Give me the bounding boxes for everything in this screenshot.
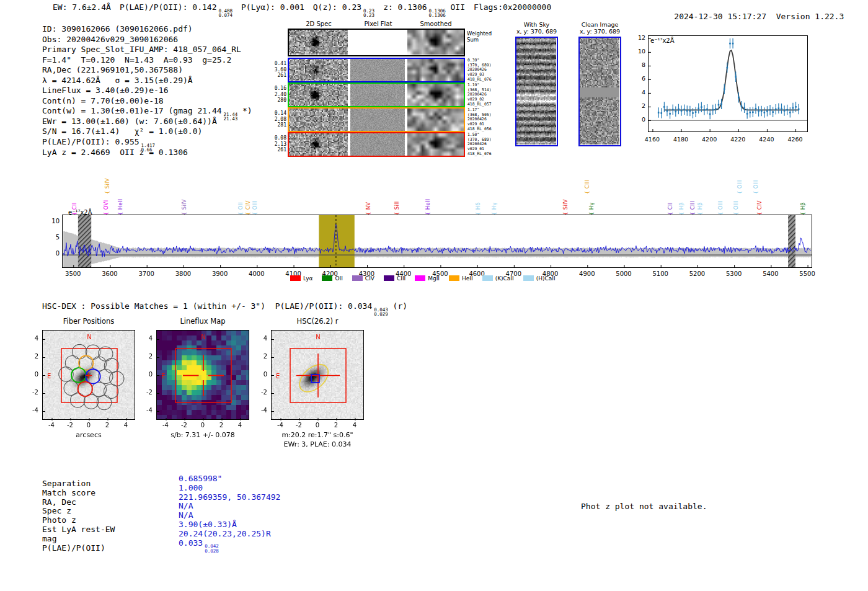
spec-line-label-10-HeII: { HeII bbox=[425, 198, 431, 215]
info-line-7: Cont(n) = 7.70(±0.00)e-18 bbox=[42, 96, 261, 107]
value-uncertainty-range: 0.13060.1306 bbox=[429, 9, 446, 18]
legend-label-(H)CaII: (H)CaII bbox=[536, 275, 556, 282]
cutout-2-ytick--2: -2 bbox=[254, 389, 267, 396]
sky-panel-1-image bbox=[578, 37, 621, 146]
legend-label-(K)CaII: (K)CaII bbox=[495, 275, 514, 282]
spec2d-cell-image bbox=[350, 59, 405, 81]
spec-line-label-3-HeII: { HeII bbox=[117, 198, 123, 215]
svg-text:E: E bbox=[47, 373, 51, 380]
cutout-2-xtick--2: -2 bbox=[290, 422, 308, 429]
full-spectrum-plot bbox=[62, 215, 812, 268]
inset-xtick-4260: 4260 bbox=[784, 136, 807, 143]
detection-info-block: ID: 3090162066 (3090162066.pdf)Obs: 2020… bbox=[42, 24, 261, 158]
match-table-values: 0.685998"1.000221.969359, 50.367492N/AN/… bbox=[179, 474, 280, 553]
legend-swatch-(H)CaII bbox=[523, 275, 534, 281]
spec-ytick-0: 0 bbox=[46, 250, 60, 257]
spec-xtick-3500: 3500 bbox=[60, 270, 87, 277]
info-line-5-seg: λ = 4214.62Å σ = 3.15(±0.29)Å bbox=[42, 76, 193, 85]
info-line-0-seg: ID: 3090162066 (3090162066.pdf) bbox=[42, 24, 193, 33]
info-line-5: λ = 4214.62Å σ = 3.15(±0.29)Å bbox=[42, 76, 261, 86]
spec-units-label: e⁻¹⁷x2Å bbox=[68, 209, 92, 216]
match-row-7-value: 0.0330.0420.028 bbox=[179, 539, 280, 554]
cutout-1-xtick-0: 0 bbox=[193, 422, 212, 429]
cutout-1-ytick-2: 2 bbox=[139, 353, 153, 360]
info-line-2-seg: Primary Spec_Slot_IFU_AMP: 418_057_064_R… bbox=[42, 45, 241, 54]
spec2d-cell-image bbox=[289, 84, 348, 106]
info-line-5-seg-text: λ = 4214.62Å σ = 3.15(±0.29)Å bbox=[42, 76, 193, 85]
spec-xtick-5500: 5500 bbox=[794, 270, 821, 277]
legend-item-(K)CaII: (K)CaII bbox=[482, 275, 514, 282]
legend-label-HeII: HeII bbox=[462, 275, 473, 282]
inset-spectrum-svg bbox=[649, 36, 807, 131]
sky-panel-canvas bbox=[580, 38, 619, 144]
hsc-match-line-text: HSC-DEX : Possible Matches = 1 (within +… bbox=[42, 301, 372, 311]
spec-line-label-5-OII: { OII bbox=[237, 202, 244, 215]
cutout-2-xtick-0: 0 bbox=[308, 422, 327, 429]
cutout-1-ytick--2: -2 bbox=[139, 389, 153, 396]
inset-ytick-6: 6 bbox=[632, 75, 645, 82]
spec2d-col-title-0: 2D Spec bbox=[291, 20, 347, 27]
inset-ytick-10: 10 bbox=[632, 48, 645, 55]
spec2d-cell-image bbox=[407, 30, 464, 55]
info-line-7-seg: Cont(n) = 7.70(±0.00)e-18 bbox=[42, 96, 164, 105]
legend-item-Lyα: Lyα bbox=[290, 275, 312, 282]
info-line-6: LineFlux = 3.40(±0.29)e-16 bbox=[42, 86, 261, 96]
spec-line-label-12-Hγ: { Hγ bbox=[491, 202, 497, 215]
spec-line-label-18-CIII: { CIII bbox=[689, 201, 696, 215]
spec2d-row-3 bbox=[288, 132, 465, 157]
header-group-5: Flags:0x20000000 bbox=[474, 2, 551, 12]
spec-line-label-8-NV: { NV bbox=[365, 202, 371, 215]
legend-item-MgII: MgII bbox=[415, 275, 440, 282]
cutout-0-title: Fiber Positions bbox=[42, 317, 135, 326]
header-group-3: Q(z): 0.230.230.23 bbox=[313, 2, 374, 12]
info-line-4-seg: RA,Dec (221.969101,50.367588) bbox=[42, 65, 183, 74]
spec2d-cell-image bbox=[407, 109, 464, 131]
spec-legend: LyαOIICIVCIIIMgIIHeII(K)CaII(H)CaII bbox=[290, 275, 556, 282]
spec-line-label-22-OIII: { OIII bbox=[737, 179, 743, 194]
spec-line-label-15-Hγ: { Hγ bbox=[588, 202, 595, 215]
spec-line-label-16-CII: { CII bbox=[667, 202, 673, 215]
cutout-0-ytick--2: -2 bbox=[25, 389, 38, 396]
cutout-0-xlabel: arcsecs bbox=[30, 431, 148, 439]
spec-line-label-20-OIII: { OIII bbox=[717, 200, 724, 215]
photz-note: Phot z plot not available. bbox=[581, 502, 707, 511]
spec2d-row-1-left-labels: 0.162.40280 bbox=[273, 86, 286, 104]
legend-item-(H)CaII: (H)CaII bbox=[523, 275, 556, 282]
match-row-2-value: 221.969359, 50.367492 bbox=[179, 493, 280, 502]
spec-line-label-23-OIII: { OIII bbox=[753, 179, 759, 194]
hsc-match-line: HSC-DEX : Possible Matches = 1 (within +… bbox=[42, 301, 407, 311]
spec-xtick-3700: 3700 bbox=[133, 270, 160, 277]
inset-units-label: e⁻¹⁷x2Å bbox=[650, 37, 675, 44]
spec2d-cell-image bbox=[350, 30, 405, 55]
spec2d-row-3-right-labels: 1.50"(370, 689)20200426v029_01418_RL_076 bbox=[467, 133, 495, 157]
spec2d-cell-image bbox=[289, 133, 348, 156]
match-row-5-label: Est LyA rest-EW bbox=[42, 525, 115, 535]
info-line-8-seg: Cont(w) = 1.30(±0.01)e-17 (gmag 21.4421.… bbox=[42, 106, 252, 115]
spec2d-cell-image bbox=[289, 59, 348, 81]
line-fit-plot bbox=[648, 35, 808, 132]
value-uncertainty-range: 0.0420.028 bbox=[205, 544, 219, 553]
info-line-2-seg-text: Primary Spec_Slot_IFU_AMP: 418_057_064_R… bbox=[42, 45, 241, 54]
info-line-12-seg: LyA z = 2.4669 OII z = 0.1306 bbox=[42, 148, 188, 157]
match-row-4-value: N/A bbox=[179, 511, 280, 520]
report-version: Version 1.22.3 bbox=[776, 12, 844, 21]
svg-text:E: E bbox=[276, 373, 280, 380]
sky-panel-0-image bbox=[515, 37, 558, 146]
spec2d-col-title-2: Smoothed bbox=[408, 20, 464, 27]
inset-xtick-4200: 4200 bbox=[698, 136, 720, 143]
match-row-6-value: 20.24(20.23,20.25)R bbox=[179, 530, 280, 539]
spec-line-label-9-SiII: { SiII bbox=[394, 201, 400, 215]
cutout-1-overlay: NE bbox=[157, 331, 250, 420]
spec-line-label-2-OVI: { OVI bbox=[103, 200, 109, 215]
inset-ytick-8: 8 bbox=[632, 61, 645, 68]
legend-item-CIII: CIII bbox=[384, 275, 405, 282]
spec-xtick-4900: 4900 bbox=[574, 270, 601, 277]
legend-item-OII: OII bbox=[322, 275, 342, 282]
match-row-6-value-text: 20.24(20.23,20.25)R bbox=[179, 529, 271, 538]
info-line-1-seg: Obs: 20200426v029_3090162066 bbox=[42, 35, 178, 44]
info-line-8: Cont(w) = 1.30(±0.01)e-17 (gmag 21.4421.… bbox=[42, 106, 261, 117]
cutout-2-xlabel: m:20.2 re:1.7" s:0.6" bbox=[259, 431, 376, 439]
value-uncertainty-range: 0.0430.029 bbox=[374, 308, 388, 317]
info-line-8-seg-post: *) bbox=[237, 106, 252, 115]
info-line-6-seg: LineFlux = 3.40(±0.29)e-16 bbox=[42, 86, 169, 95]
